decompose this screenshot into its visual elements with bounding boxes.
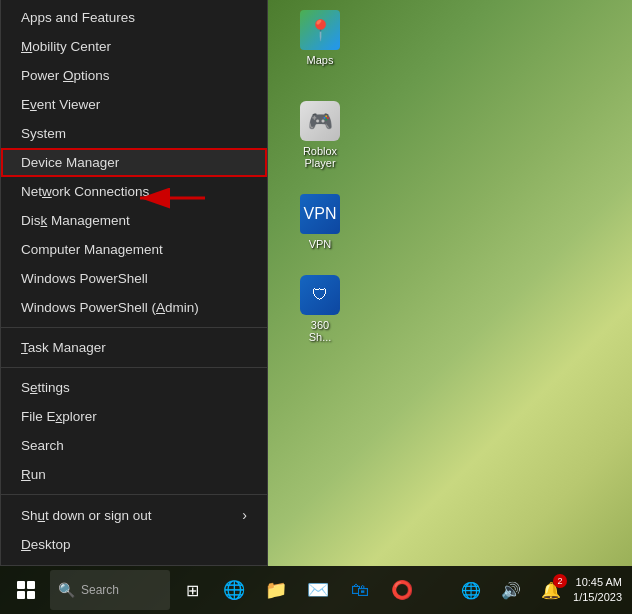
menu-item-file-explorer-label: File Explorer — [21, 409, 97, 424]
menu-item-desktop[interactable]: Desktop — [1, 530, 267, 559]
maps-label: Maps — [307, 54, 334, 66]
menu-item-system[interactable]: System — [1, 119, 267, 148]
mail-button[interactable]: ✉️ — [298, 570, 338, 610]
menu-item-disk-management[interactable]: Disk Management — [1, 206, 267, 235]
context-menu: Apps and Features Mobility Center Power … — [0, 0, 268, 566]
menu-item-device-manager[interactable]: Device Manager — [1, 148, 267, 177]
taskbar-search-label: Search — [81, 583, 119, 597]
taskbar: 🔍 Search ⊞ 🌐 📁 ✉️ 🛍 ⭕ 🌐 — [0, 566, 632, 614]
notification-badge[interactable]: 🔔 2 — [533, 570, 569, 610]
edge-icon: 🌐 — [223, 579, 245, 601]
network-tray-icon: 🌐 — [457, 579, 485, 602]
shut-down-arrow-icon: › — [242, 507, 247, 523]
menu-item-run[interactable]: Run — [1, 460, 267, 489]
network-icon[interactable]: 🌐 — [453, 570, 489, 610]
notification-count: 2 — [553, 574, 567, 588]
roblox-icon: 🎮 — [300, 101, 340, 141]
taskbar-right: 🌐 🔊 🔔 2 10:45 AM 1/15/2023 — [453, 570, 628, 610]
desktop-icons-area: 📍 Maps 🎮 RobloxPlayer VPN VPN 🛡 360Sh... — [285, 10, 355, 343]
menu-item-mobility-center[interactable]: Mobility Center — [1, 32, 267, 61]
menu-item-file-explorer[interactable]: File Explorer — [1, 402, 267, 431]
store-button[interactable]: 🛍 — [340, 570, 380, 610]
file-explorer-button[interactable]: 📁 — [256, 570, 296, 610]
menu-item-settings-label: Settings — [21, 380, 70, 395]
menu-item-windows-powershell-admin[interactable]: Windows PowerShell (Admin) — [1, 293, 267, 322]
menu-item-shut-down-label: Shut down or sign out — [21, 508, 152, 523]
menu-item-event-viewer[interactable]: Event Viewer — [1, 90, 267, 119]
windows-logo-icon — [17, 581, 35, 599]
taskbar-clock[interactable]: 10:45 AM 1/15/2023 — [573, 575, 622, 606]
menu-item-windows-powershell-label: Windows PowerShell — [21, 271, 148, 286]
menu-item-event-viewer-label: Event Viewer — [21, 97, 100, 112]
menu-item-shut-down[interactable]: Shut down or sign out › — [1, 500, 267, 530]
menu-item-windows-powershell-admin-label: Windows PowerShell (Admin) — [21, 300, 199, 315]
menu-item-mobility-center-label: Mobility Center — [21, 39, 111, 54]
menu-item-desktop-label: Desktop — [21, 537, 71, 552]
start-button[interactable] — [4, 568, 48, 612]
menu-item-search-label: Search — [21, 438, 64, 453]
search-icon: 🔍 — [58, 582, 75, 598]
menu-item-power-options-label: Power Options — [21, 68, 110, 83]
task-view-button[interactable]: ⊞ — [172, 570, 212, 610]
taskbar-left: 🔍 Search ⊞ 🌐 📁 ✉️ 🛍 ⭕ — [4, 568, 422, 612]
menu-item-power-options[interactable]: Power Options — [1, 61, 267, 90]
menu-item-task-manager-label: Task Manager — [21, 340, 106, 355]
menu-item-apps-features[interactable]: Apps and Features — [1, 3, 267, 32]
menu-item-computer-management[interactable]: Computer Management — [1, 235, 267, 264]
file-explorer-icon: 📁 — [265, 579, 287, 601]
menu-item-task-manager[interactable]: Task Manager — [1, 333, 267, 362]
desktop-icon-360[interactable]: 🛡 360Sh... — [285, 275, 355, 343]
menu-item-run-label: Run — [21, 467, 46, 482]
taskbar-time: 10:45 AM — [573, 575, 622, 590]
menu-item-apps-features-label: Apps and Features — [21, 10, 135, 25]
chrome-icon: ⭕ — [391, 579, 413, 601]
360-icon: 🛡 — [300, 275, 340, 315]
menu-divider-1 — [1, 327, 267, 328]
system-tray: 🌐 🔊 🔔 2 — [453, 570, 569, 610]
edge-button[interactable]: 🌐 — [214, 570, 254, 610]
taskbar-date: 1/15/2023 — [573, 590, 622, 605]
menu-divider-3 — [1, 494, 267, 495]
menu-item-windows-powershell[interactable]: Windows PowerShell — [1, 264, 267, 293]
taskbar-search-button[interactable]: 🔍 Search — [50, 570, 170, 610]
chrome-button[interactable]: ⭕ — [382, 570, 422, 610]
vpn-label: VPN — [309, 238, 332, 250]
360-label: 360Sh... — [309, 319, 332, 343]
volume-icon[interactable]: 🔊 — [493, 570, 529, 610]
menu-item-network-connections[interactable]: Network Connections — [1, 177, 267, 206]
desktop-icon-vpn[interactable]: VPN VPN — [285, 194, 355, 250]
task-view-icon: ⊞ — [186, 581, 199, 600]
desktop-icon-roblox[interactable]: 🎮 RobloxPlayer — [285, 101, 355, 169]
menu-item-system-label: System — [21, 126, 66, 141]
menu-item-search[interactable]: Search — [1, 431, 267, 460]
desktop-background: 📍 Maps 🎮 RobloxPlayer VPN VPN 🛡 360Sh...… — [0, 0, 632, 614]
menu-item-disk-management-label: Disk Management — [21, 213, 130, 228]
menu-item-settings[interactable]: Settings — [1, 373, 267, 402]
mail-icon: ✉️ — [307, 579, 329, 601]
menu-item-computer-management-label: Computer Management — [21, 242, 163, 257]
vpn-icon: VPN — [300, 194, 340, 234]
menu-item-network-connections-label: Network Connections — [21, 184, 149, 199]
store-icon: 🛍 — [351, 580, 369, 601]
maps-icon: 📍 — [300, 10, 340, 50]
desktop-icon-maps[interactable]: 📍 Maps — [285, 10, 355, 66]
menu-item-device-manager-label: Device Manager — [21, 155, 119, 170]
roblox-label: RobloxPlayer — [303, 145, 337, 169]
menu-divider-2 — [1, 367, 267, 368]
volume-tray-icon: 🔊 — [497, 579, 525, 602]
